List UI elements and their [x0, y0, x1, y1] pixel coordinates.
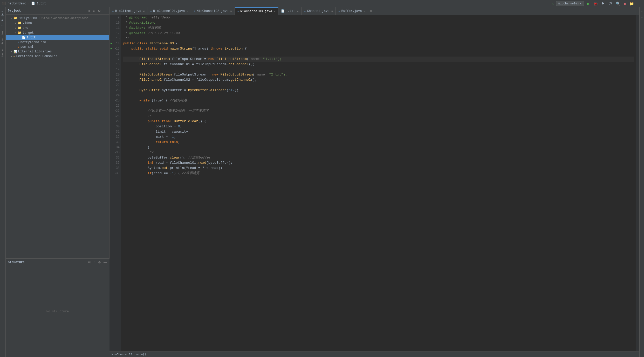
tab-close-channel[interactable]: ✕: [331, 10, 333, 13]
tab-bioclient[interactable]: ☕ BioClient.java ✕: [109, 7, 147, 15]
token-fn: clear: [188, 119, 198, 124]
token-var: ) {: [174, 171, 182, 176]
tab-close-bioclient[interactable]: ✕: [143, 10, 145, 13]
token-kw: public: [131, 46, 146, 51]
gutter-line: 19: [109, 67, 120, 72]
token-cm: */: [148, 150, 154, 155]
token-cls: Buffer: [174, 119, 188, 124]
line-number: 22: [116, 83, 120, 88]
run-arrow-icon[interactable]: ▶: [111, 46, 112, 51]
tab-1txt[interactable]: 📄 1.txt ✕: [278, 7, 302, 15]
right-sidebar-tab-2[interactable]: ▸: [640, 15, 644, 20]
run-button[interactable]: ▶: [586, 1, 591, 6]
token-var: [123, 166, 148, 171]
run-arrow-icon[interactable]: ▶: [111, 41, 112, 46]
token-var: (true) {: [152, 98, 170, 103]
tab-close-buffer[interactable]: ✕: [364, 10, 365, 13]
tree-item-external-libs[interactable]: ▸ 📊 External Libraries: [6, 49, 109, 54]
project-name[interactable]: netty4demo: [8, 2, 26, 5]
tab-close-1txt[interactable]: ✕: [297, 10, 299, 13]
coverage-button[interactable]: ⚑: [601, 1, 606, 6]
code-line: FileInputStream fileInputStream = new Fi…: [123, 57, 634, 62]
token-fn: allocate: [210, 88, 226, 93]
profile-button[interactable]: ⏱: [608, 1, 613, 6]
fold-icon[interactable]: ▾: [115, 114, 116, 119]
settings-button[interactable]: ⚙: [97, 9, 101, 13]
tab-overflow-button[interactable]: »: [368, 7, 374, 15]
add-content-button[interactable]: ⊕: [87, 9, 91, 13]
tab-label-1txt: 1.txt: [286, 9, 295, 13]
tree-item-target[interactable]: ▾ 📂 target: [6, 30, 109, 35]
tree-item-1txt[interactable]: 📄 1.txt: [6, 35, 109, 40]
tree-external-libs-label: External Libraries: [18, 50, 52, 53]
tree-item-root[interactable]: ▾ 📂 netty4demo C:\tools\workspace\netty4…: [6, 16, 109, 20]
token-var: [123, 134, 156, 140]
breadcrumb-method[interactable]: main(): [136, 353, 146, 356]
search-everywhere-button[interactable]: 🔍: [615, 1, 621, 6]
line-number: 18: [116, 62, 120, 67]
tab-channel[interactable]: ☕ Channel.java ✕: [302, 7, 336, 15]
expand-button[interactable]: ⛶: [637, 1, 642, 6]
fold-icon[interactable]: ▾: [115, 98, 116, 103]
tree-item-idea[interactable]: ▸ 📁 .idea: [6, 20, 109, 25]
token-var: {: [174, 41, 178, 46]
tree-item-src[interactable]: ▸ 📁 src: [6, 25, 109, 30]
stop-button[interactable]: ■: [623, 1, 627, 6]
token-cls: ByteBuffer: [188, 88, 208, 93]
txt-icon: 📄: [281, 9, 285, 13]
run-config-selector[interactable]: NioChannel03 ▾: [556, 1, 584, 6]
tab-niochannel02[interactable]: ☕ NioChannel02.java ✕: [191, 7, 235, 15]
token-var: ();: [251, 77, 257, 83]
tree-item-iml[interactable]: M netty4demo.iml: [6, 40, 109, 45]
token-cls: ByteBuffer: [139, 88, 160, 93]
fold-icon[interactable]: ▾: [115, 108, 116, 114]
debug-button[interactable]: 🐞: [593, 1, 599, 6]
structure-settings-button[interactable]: ⚙: [97, 260, 102, 264]
tree-scratches-label: Scratches and Consoles: [16, 54, 57, 58]
open-file-button[interactable]: 📁: [629, 1, 635, 6]
fold-icon[interactable]: ▾: [115, 171, 116, 176]
token-var: position =: [156, 124, 178, 129]
breadcrumb-class[interactable]: NioChannel03: [112, 353, 132, 356]
code-line: [123, 103, 634, 108]
token-var: ();: [249, 62, 255, 67]
tree-item-scratches[interactable]: ▸ ✏ Scratches and Consoles: [6, 54, 109, 59]
right-sidebar: ▸ ▸: [639, 7, 644, 357]
tab-close-niochannel01[interactable]: ✕: [187, 10, 188, 13]
code-editor[interactable]: * @program: netty4demo * @description: *…: [121, 15, 636, 351]
project-panel: Project ⊕ ⬍ ⚙ — ▾ 📂 netty4demo C:\tools\…: [6, 7, 109, 258]
tab-close-niochannel03[interactable]: ✕: [274, 10, 276, 13]
tab-buffer[interactable]: ☕ Buffer.java ✕: [336, 7, 368, 15]
structure-close-button[interactable]: —: [103, 260, 107, 264]
tab-niochannel01[interactable]: ☕ NioChannel01.java ✕: [147, 7, 191, 15]
structure-sort-alpha-button[interactable]: ≡↕: [87, 260, 92, 264]
collapse-all-button[interactable]: ⬍: [92, 9, 96, 13]
token-fn: getChannel: [231, 77, 251, 83]
token-cls: FileInputStream: [216, 57, 247, 62]
token-var: .: [168, 155, 170, 160]
sidebar-tab-learn[interactable]: Learn: [1, 47, 5, 59]
sidebar-tab-project[interactable]: 1: Project: [1, 8, 5, 28]
right-sidebar-tab-1[interactable]: ▸: [640, 8, 644, 14]
tab-close-niochannel02[interactable]: ✕: [230, 10, 232, 13]
tree-target-label: target: [23, 31, 34, 35]
token-var: [123, 88, 139, 93]
code-line: [123, 51, 634, 57]
gutter-line: ▾27: [109, 108, 120, 114]
code-line: */: [123, 150, 634, 155]
gutter-line: ▾35: [109, 150, 120, 155]
tree-item-pom[interactable]: ✦ pom.xml: [6, 45, 109, 49]
gutter-line: 36: [109, 155, 120, 160]
close-panel-button[interactable]: —: [102, 9, 107, 13]
gutter-line: ▶▾15: [109, 46, 120, 51]
gutter-line: 29: [109, 119, 120, 124]
token-cls: Exception: [224, 46, 243, 51]
fold-icon[interactable]: ▾: [115, 46, 116, 51]
sidebar-tab-favorites[interactable]: Favorites: [1, 29, 5, 47]
token-cls: FileChannel: [139, 77, 162, 83]
java-icon: ☕: [194, 9, 196, 13]
tab-niochannel03[interactable]: ☕ NioChannel03.java ✕: [235, 7, 278, 15]
structure-sort-visibility-button[interactable]: ↕: [93, 260, 96, 264]
fold-icon[interactable]: ▾: [115, 150, 116, 155]
token-fn: read: [198, 160, 206, 166]
